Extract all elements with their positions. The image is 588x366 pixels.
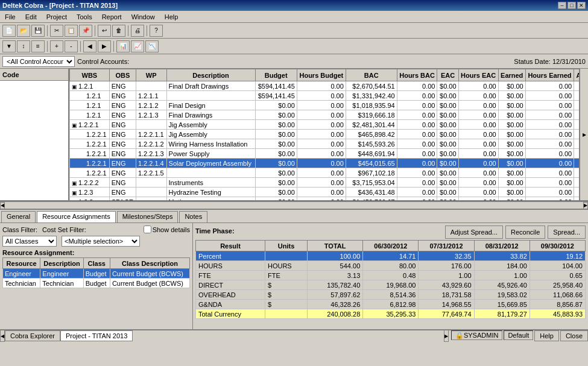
expand-icon[interactable]: ▣ bbox=[72, 180, 77, 186]
new-button[interactable]: 📄 bbox=[2, 25, 16, 37]
cell-wp bbox=[136, 178, 166, 188]
cell-wp: 1.2.2.1.2 bbox=[136, 139, 166, 149]
save-button[interactable]: 💾 bbox=[31, 25, 45, 37]
tp-cell-date1: 80.00 bbox=[363, 261, 419, 271]
expand-button[interactable]: + bbox=[50, 40, 63, 52]
tab-general[interactable]: General bbox=[1, 211, 36, 222]
cell-obs: ENG bbox=[109, 81, 136, 91]
col-earned: Earned bbox=[498, 69, 525, 81]
menu-file[interactable]: File bbox=[2, 12, 18, 22]
right-scroll-arrow[interactable]: ▶ bbox=[580, 69, 588, 200]
cell-hours-eac: 0.00 bbox=[458, 149, 498, 159]
cell-wp bbox=[136, 197, 166, 201]
cell-description: Power Supply bbox=[166, 149, 255, 159]
sidebar-header: Code bbox=[0, 69, 68, 81]
menu-window[interactable]: Window bbox=[129, 12, 157, 22]
tp-cell-units: HOURS bbox=[265, 261, 307, 271]
show-details-checkbox[interactable] bbox=[144, 226, 151, 233]
view-btn1[interactable]: 📊 bbox=[116, 40, 130, 52]
cell-hours-bac: 0.00 bbox=[397, 197, 437, 201]
cell-eac: $0.00 bbox=[437, 197, 458, 201]
col-eac: EAC bbox=[437, 69, 458, 81]
ra-cell-resource[interactable]: Engineer bbox=[3, 269, 40, 279]
prev-button[interactable]: ◀ bbox=[83, 40, 96, 52]
cell-hours-earned: 0.00 bbox=[525, 91, 574, 101]
expand-icon[interactable]: ▣ bbox=[72, 122, 77, 128]
menu-project[interactable]: Project bbox=[44, 12, 69, 22]
open-button[interactable]: 📂 bbox=[17, 25, 30, 37]
tab-scroll-right[interactable]: ▶ bbox=[444, 330, 449, 342]
cell-bac: $436,431.48 bbox=[346, 188, 397, 197]
close-button[interactable]: ✕ bbox=[577, 2, 586, 9]
cell-hours-bac: 0.00 bbox=[397, 139, 437, 149]
sep5 bbox=[47, 41, 48, 52]
tp-cell-date2: 32.35 bbox=[419, 251, 474, 261]
help-bottom-button[interactable]: Help bbox=[534, 330, 559, 341]
cut-button[interactable]: ✂ bbox=[50, 25, 63, 37]
group-button[interactable]: ≡ bbox=[31, 40, 45, 52]
next-button[interactable]: ▶ bbox=[98, 40, 111, 52]
tp-cell-date4: 11,068.66 bbox=[530, 290, 585, 300]
spread-button[interactable]: Spread... bbox=[548, 226, 586, 239]
tp-cell-total: 3.13 bbox=[308, 271, 363, 280]
cell-hours-budget: 0.00 bbox=[297, 120, 346, 130]
expand-icon[interactable]: ▣ bbox=[72, 200, 77, 201]
view-btn2[interactable]: 📈 bbox=[131, 40, 144, 52]
undo-button[interactable]: ↩ bbox=[98, 25, 111, 37]
sort-button[interactable]: ↕ bbox=[17, 40, 30, 52]
tab-resource-assignments[interactable]: Resource Assignments bbox=[37, 211, 116, 222]
print-button[interactable]: 🖨 bbox=[131, 25, 144, 37]
cost-set-filter-dropdown[interactable]: <Multiple selection> bbox=[62, 236, 140, 247]
main-table-container[interactable]: WBS OBS WP Description Budget Hours Budg… bbox=[69, 69, 580, 200]
scroll-right[interactable]: ▶ bbox=[583, 202, 588, 209]
class-filter-dropdown[interactable]: All Classes bbox=[2, 236, 57, 247]
cell-actuals: $0.00 bbox=[574, 101, 580, 110]
ra-cell-resource[interactable]: Technician bbox=[3, 279, 40, 288]
control-accounts-dropdown[interactable]: <All Control Accounts> bbox=[2, 56, 75, 67]
help-tb-button[interactable]: ? bbox=[150, 25, 163, 37]
menu-edit[interactable]: Edit bbox=[23, 12, 39, 22]
cell-budget: $0.00 bbox=[255, 110, 297, 120]
tp-cell-total: 544.00 bbox=[308, 261, 363, 271]
adjust-spread-button[interactable]: Adjust Spread... bbox=[445, 226, 503, 239]
expand-icon[interactable]: ▣ bbox=[72, 84, 77, 90]
hscroll-bar[interactable]: ◀ ▶ bbox=[0, 201, 588, 209]
maximize-button[interactable]: □ bbox=[567, 2, 576, 9]
menu-help[interactable]: Help bbox=[162, 12, 181, 22]
menu-tools[interactable]: Tools bbox=[74, 12, 95, 22]
tab-bar: General Resource Assignments Milestones/… bbox=[0, 210, 588, 223]
minimize-button[interactable]: – bbox=[558, 2, 566, 9]
tab-scroll-left[interactable]: ◀ bbox=[0, 330, 5, 342]
col-hours-budget: Hours Budget bbox=[297, 69, 346, 81]
cell-earned: $0.00 bbox=[498, 139, 525, 149]
control-accounts-label: Control Accounts: bbox=[77, 58, 129, 65]
cell-earned: $0.00 bbox=[498, 91, 525, 101]
expand-icon[interactable]: ▣ bbox=[72, 190, 77, 196]
scroll-track[interactable] bbox=[5, 203, 583, 209]
cell-eac: $0.00 bbox=[437, 130, 458, 139]
close-bottom-button[interactable]: Close bbox=[560, 330, 588, 341]
reconcile-button[interactable]: Reconcile bbox=[505, 226, 545, 239]
delete-button[interactable]: 🗑 bbox=[112, 25, 125, 37]
cell-hours-eac: 0.00 bbox=[458, 178, 498, 188]
cell-actuals: $0.00 bbox=[574, 168, 580, 178]
tp-cell-date4: 0.65 bbox=[530, 271, 585, 280]
cell-hours-eac: 0.00 bbox=[458, 120, 498, 130]
cell-eac: $0.00 bbox=[437, 110, 458, 120]
menu-report[interactable]: Report bbox=[100, 12, 124, 22]
tp-col-date2: 07/31/2012 bbox=[419, 241, 474, 251]
cell-wbs: 1.2.1 bbox=[70, 91, 110, 101]
bottom-tab-cobra[interactable]: Cobra Explorer bbox=[5, 330, 60, 341]
cell-eac: $0.00 bbox=[437, 81, 458, 91]
col-hours-eac: Hours EAC bbox=[458, 69, 498, 81]
bottom-tab-project[interactable]: Project - TITAN 2013 bbox=[60, 330, 133, 341]
cell-hours-eac: 0.00 bbox=[458, 168, 498, 178]
filter-button[interactable]: ▼ bbox=[2, 40, 16, 52]
collapse-button[interactable]: - bbox=[65, 40, 78, 52]
scroll-left[interactable]: ◀ bbox=[0, 202, 5, 209]
copy-button[interactable]: 📋 bbox=[65, 25, 78, 37]
view-btn3[interactable]: 📉 bbox=[145, 40, 159, 52]
tab-milestones[interactable]: Milestones/Steps bbox=[117, 211, 179, 222]
paste-button[interactable]: 📌 bbox=[79, 25, 92, 37]
tab-notes[interactable]: Notes bbox=[179, 211, 207, 222]
